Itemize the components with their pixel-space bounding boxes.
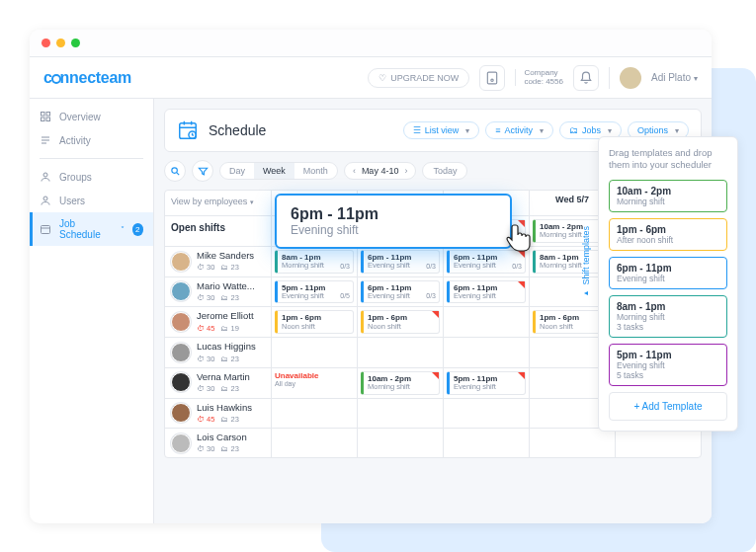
schedule-cell[interactable] [358, 399, 444, 428]
employee-avatar [171, 403, 191, 423]
schedule-cell[interactable]: 1pm - 6pmNoon shift [272, 307, 358, 337]
schedule-cell[interactable] [272, 399, 358, 428]
schedule-cell[interactable] [444, 429, 530, 457]
employee-cell[interactable]: Lois Carson⏱ 30🗂 23 [165, 429, 272, 457]
template-card[interactable]: 6pm - 11pmEvening shift [609, 257, 727, 289]
page-title: Schedule [209, 122, 266, 138]
svg-rect-4 [42, 118, 45, 121]
page-option-activity[interactable]: ≡Activity [485, 121, 553, 139]
user-icon [40, 195, 51, 206]
svg-point-1 [491, 79, 493, 81]
schedule-cell[interactable]: UnavailableAll day [272, 368, 358, 398]
sidebar-item-users[interactable]: Users [30, 189, 153, 212]
cursor-icon [506, 222, 536, 252]
employee-avatar [171, 343, 191, 362]
user-avatar[interactable] [620, 67, 641, 89]
search-icon[interactable] [164, 160, 186, 182]
window-close-dot[interactable] [42, 39, 50, 47]
dragging-template-name: Evening shift [291, 223, 496, 237]
filter-icon[interactable] [192, 160, 213, 182]
schedule-cell[interactable]: 6pm - 11pmEvening shift0/3 [358, 247, 444, 276]
schedule-cell[interactable]: 5pm - 11pmEvening shift [444, 368, 530, 398]
range-day[interactable]: Day [220, 163, 254, 179]
date-nav: ‹ May 4-10 › [344, 162, 417, 180]
schedule-cell[interactable]: 6pm - 11pmEvening shift0/3 [358, 277, 444, 307]
schedule-cell[interactable]: 10am - 2pmMorning shift [358, 368, 444, 398]
sidebar-item-job-schedule[interactable]: Job Schedule˅2 [30, 212, 153, 246]
svg-rect-0 [488, 72, 497, 84]
window-min-dot[interactable] [56, 39, 65, 47]
schedule-cell[interactable]: 5pm - 11pmEvening shift0/5 [272, 277, 358, 307]
unavailable-label: UnavailableAll day [275, 371, 354, 387]
range-week[interactable]: Week [254, 163, 294, 179]
employee-avatar [171, 434, 191, 453]
date-next-icon[interactable]: › [404, 166, 407, 176]
upgrade-button[interactable]: ♡ UPGRADE NOW [368, 68, 469, 88]
template-card[interactable]: 5pm - 11pmEvening shift5 tasks [609, 344, 727, 386]
sidebar-item-groups[interactable]: Groups [30, 165, 153, 189]
dragging-template-time: 6pm - 11pm [291, 205, 496, 223]
svg-point-6 [43, 173, 47, 177]
date-prev-icon[interactable]: ‹ [353, 166, 356, 176]
sidebar-item-activity[interactable]: Activity [30, 128, 153, 152]
range-month[interactable]: Month [294, 163, 337, 179]
schedule-cell[interactable]: 6pm - 11pmEvening shift [444, 277, 530, 307]
brand-logo[interactable]: cnnecteam [43, 69, 131, 87]
employee-avatar [171, 312, 191, 332]
nav-sidebar: OverviewActivityGroupsUsersJob Schedule˅… [30, 99, 154, 523]
svg-rect-2 [42, 113, 45, 117]
shift-card[interactable]: 6pm - 11pmEvening shift0/3 [361, 280, 440, 304]
employee-cell[interactable]: Mike Sanders⏱ 30🗂 23 [165, 247, 272, 276]
user-menu[interactable]: Adi Plato [651, 72, 698, 83]
add-template-button[interactable]: + Add Template [609, 392, 727, 421]
shift-card[interactable]: 5pm - 11pmEvening shift0/5 [275, 280, 354, 304]
employee-cell[interactable]: Mario Watte...⏱ 30🗂 23 [165, 277, 272, 307]
schedule-cell[interactable]: 8am - 1pmMorning shift0/3 [272, 247, 358, 276]
schedule-cell[interactable] [444, 338, 530, 366]
window-titlebar [30, 30, 712, 57]
shift-card[interactable]: 1pm - 6pmNoon shift [361, 310, 440, 334]
template-card[interactable]: 1pm - 6pmAfter noon shift [609, 218, 727, 251]
schedule-cell[interactable] [358, 429, 444, 457]
schedule-cell[interactable] [444, 307, 530, 337]
help-icon[interactable] [479, 65, 505, 91]
schedule-cell[interactable] [616, 429, 701, 457]
employee-cell[interactable]: Lucas Higgins⏱ 30🗂 23 [165, 338, 272, 366]
schedule-cell[interactable] [272, 338, 358, 366]
svg-point-11 [171, 167, 177, 173]
user-icon [40, 171, 51, 183]
shift-card[interactable]: 5pm - 11pmEvening shift [447, 371, 526, 395]
schedule-cell[interactable] [530, 429, 616, 457]
page-option-list-view[interactable]: ☰List view [403, 121, 480, 139]
grid-icon [40, 111, 51, 122]
today-button[interactable]: Today [422, 162, 467, 180]
sidebar-item-overview[interactable]: Overview [30, 105, 153, 128]
templates-collapse-tab[interactable]: Shift templates [581, 226, 591, 298]
range-segment: DayWeekMonth [219, 162, 338, 180]
employee-avatar [171, 281, 191, 301]
shift-card[interactable]: 10am - 2pmMorning shift [361, 371, 440, 395]
view-by-toggle[interactable]: View by employees ▾ [171, 197, 254, 206]
app-header: cnnecteam ♡ UPGRADE NOW Companycode: 455… [30, 57, 712, 99]
schedule-cell[interactable]: 1pm - 6pmNoon shift [358, 307, 444, 337]
flag-icon [432, 372, 439, 379]
employee-avatar [171, 252, 191, 272]
date-range: May 4-10 [362, 166, 399, 176]
schedule-cell[interactable] [358, 338, 444, 366]
dragging-template[interactable]: 6pm - 11pm Evening shift [275, 194, 512, 249]
window-max-dot[interactable] [71, 39, 80, 47]
template-card[interactable]: 8am - 1pmMorning shift3 tasks [609, 295, 727, 338]
employee-cell[interactable]: Verna Martin⏱ 30🗂 23 [165, 368, 272, 398]
shift-card[interactable]: 6pm - 11pmEvening shift0/3 [361, 250, 440, 274]
schedule-cell[interactable] [272, 429, 358, 457]
schedule-cell[interactable] [444, 399, 530, 428]
employee-cell[interactable]: Jerome Elliott⏱ 45🗂 19 [165, 307, 272, 337]
template-card[interactable]: 10am - 2pmMorning shift [609, 180, 727, 212]
employee-avatar [171, 372, 191, 392]
shift-card[interactable]: 8am - 1pmMorning shift0/3 [275, 250, 354, 274]
notifications-icon[interactable] [573, 65, 599, 91]
shift-card[interactable]: 1pm - 6pmNoon shift [275, 310, 354, 334]
sidebar-badge: 2 [132, 223, 143, 236]
shift-card[interactable]: 6pm - 11pmEvening shift [447, 280, 526, 304]
employee-cell[interactable]: Luis Hawkins⏱ 45🗂 23 [165, 399, 272, 428]
